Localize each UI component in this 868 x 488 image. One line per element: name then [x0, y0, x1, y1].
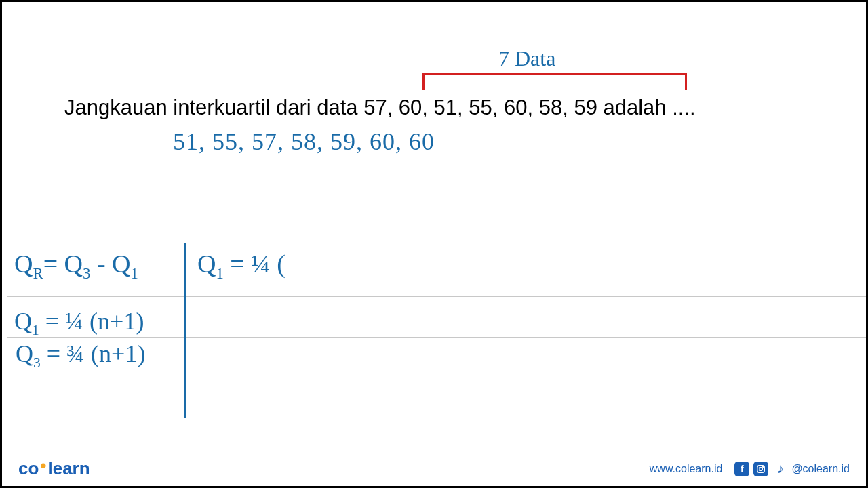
formula-text: = ¼ (n+1) [45, 308, 144, 335]
tiktok-icon: ♪ [772, 462, 787, 476]
formula-text: = ¾ (n+1) [47, 340, 146, 367]
data-bracket [422, 73, 687, 90]
formula-qr: QR= Q3 - Q1 [14, 249, 138, 283]
formula-text: = ¼ ( [230, 249, 285, 278]
formula-q1: Q1 = ¼ (n+1) [14, 307, 144, 339]
ruled-line [7, 378, 867, 378]
formula-text: - Q [90, 249, 130, 278]
logo-learn: learn [47, 458, 90, 479]
formula-sub: 3 [33, 354, 41, 371]
formula-q3: Q3 = ¾ (n+1) [16, 340, 145, 371]
formula-sub: 1 [131, 265, 138, 282]
footer-bar: co•learn www.colearn.id f ♪ @colearn.id [2, 458, 866, 479]
formula-sub: R [33, 265, 43, 282]
formula-text: Q [14, 249, 33, 278]
formula-text: = Q [43, 249, 83, 278]
instagram-icon [753, 462, 768, 476]
question-text: Jangkauan interkuartil dari data 57, 60,… [64, 96, 696, 120]
formula-sub: 1 [32, 322, 39, 338]
whiteboard-content: 7 Data Jangkauan interkuartil dari data … [2, 2, 866, 486]
formula-sub: 1 [216, 265, 223, 282]
colearn-logo: co•learn [18, 458, 90, 479]
social-handle: @colearn.id [791, 463, 850, 475]
formula-text: Q [197, 249, 216, 278]
ruled-line [7, 296, 867, 297]
svg-point-1 [760, 467, 763, 470]
footer-right: www.colearn.id f ♪ @colearn.id [650, 462, 850, 476]
formula-text: Q [14, 308, 32, 335]
formula-sub: 3 [83, 265, 90, 282]
svg-point-2 [763, 466, 764, 467]
formula-text: Q [16, 340, 33, 367]
sorted-data-text: 51, 55, 57, 58, 59, 60, 60 [173, 127, 435, 156]
footer-url: www.colearn.id [650, 463, 723, 475]
data-count-label: 7 Data [498, 46, 555, 71]
facebook-icon: f [734, 462, 749, 476]
formula-q1-right: Q1 = ¼ ( [197, 249, 285, 283]
logo-co: co [18, 458, 39, 479]
logo-dot-icon: • [40, 455, 46, 476]
social-icons: f ♪ @colearn.id [734, 462, 850, 476]
vertical-divider [184, 243, 186, 418]
